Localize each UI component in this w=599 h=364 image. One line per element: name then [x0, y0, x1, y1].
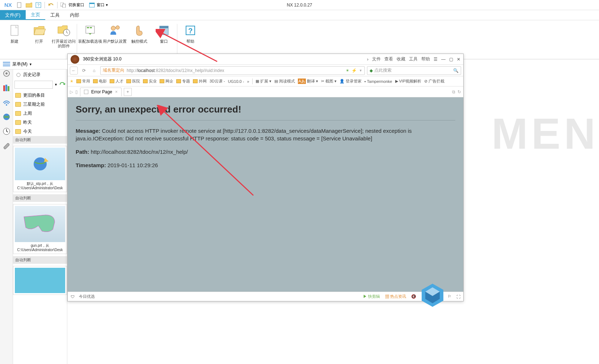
history-group-three-weeks[interactable]: 三星期之前: [13, 100, 67, 109]
tab-nav-icon[interactable]: ▷: [70, 89, 73, 94]
url-field[interactable]: 域名重定向 http://localhost:8282/tdoc/nx/12/n…: [100, 66, 365, 75]
history-filter-select[interactable]: [14, 81, 53, 89]
tab-home[interactable]: 主页: [26, 10, 45, 20]
menu-label[interactable]: 菜单(M): [12, 61, 28, 67]
gear-icon[interactable]: [16, 72, 21, 77]
history-thumb-2[interactable]: gun.prt，从C:\Users\Administrator\Desk: [13, 204, 67, 254]
dropdown-caret-icon[interactable]: ▼: [105, 3, 109, 7]
search-field[interactable]: ◆ 点此搜索 🔍: [367, 66, 461, 75]
menu-caret-icon[interactable]: ▼: [29, 63, 32, 66]
restore-tab-icon[interactable]: ↻: [457, 89, 461, 94]
clock-icon[interactable]: [3, 127, 10, 135]
flag-icon[interactable]: ⚐: [448, 294, 451, 299]
bm-ug[interactable]: UG10.0 -: [228, 79, 244, 84]
history-group-today[interactable]: 今天: [13, 127, 67, 136]
maximize-icon[interactable]: ▢: [449, 57, 453, 62]
tab-error-page[interactable]: Error Page ×: [80, 88, 122, 96]
help-button[interactable]: ? 帮助: [178, 22, 203, 58]
bm-tm[interactable]: ▪ Tampermonke: [364, 79, 392, 84]
separator: [57, 2, 58, 8]
status-shield-icon[interactable]: 🛡: [71, 295, 75, 299]
bm-vip[interactable]: ▶ VIP视频解析: [395, 79, 422, 84]
filter-caret-icon[interactable]: ▼: [54, 83, 58, 86]
menu-fav[interactable]: 收藏: [397, 56, 405, 62]
hot-button[interactable]: ▦ 热点资讯: [385, 294, 406, 299]
bm-netent[interactable]: 网企: [160, 79, 173, 84]
bm-common[interactable]: 常用: [76, 79, 90, 84]
tab-list-icon[interactable]: ▯: [75, 89, 78, 94]
url-caret-icon[interactable]: ▼: [359, 69, 362, 72]
menu-file[interactable]: 文件: [372, 56, 381, 62]
history-group-yesterday[interactable]: 昨天: [13, 118, 67, 127]
history-thumb-1[interactable]: 默认_stp.prt，从C:\Users\Administrator\Desk: [13, 146, 67, 192]
bm-read[interactable]: ▤ 阅读模式: [274, 79, 295, 84]
user-defaults-button[interactable]: 用户默认设置: [102, 22, 127, 58]
bm-hospital[interactable]: 医院: [126, 79, 140, 84]
tab-overflow-icon[interactable]: ⧉: [452, 89, 455, 94]
globe-icon[interactable]: [3, 113, 10, 121]
tab-close-icon[interactable]: ×: [115, 89, 118, 94]
window-dropdown-icon[interactable]: [88, 1, 96, 9]
bm-industry[interactable]: 实业: [143, 79, 157, 84]
search-icon[interactable]: 🔍: [453, 68, 459, 73]
bm-login[interactable]: 👤 登录管家: [339, 79, 362, 84]
bm-trans[interactable]: Aあ 翻译 ▾: [298, 79, 318, 84]
open-button[interactable]: 打开: [27, 22, 51, 58]
home-button[interactable]: ⌂: [90, 67, 98, 75]
close-icon[interactable]: ✕: [457, 57, 460, 62]
open-recent-button[interactable]: 打开最近访问的部件: [51, 22, 76, 58]
chevron-right-icon[interactable]: ›: [367, 57, 368, 62]
bm-talent[interactable]: 人才: [110, 79, 123, 84]
open-icon[interactable]: [25, 1, 33, 9]
switch-window-label[interactable]: 切换窗口: [68, 2, 84, 8]
new-tab-button[interactable]: +: [124, 88, 132, 96]
hamburger-icon[interactable]: ☰: [434, 57, 438, 62]
bm-ext[interactable]: ▦ 扩展 ▾: [256, 79, 271, 84]
window-label[interactable]: 窗口: [97, 2, 105, 8]
refresh-icon[interactable]: [59, 82, 66, 88]
assembly-load-button[interactable]: 装配加载选项: [78, 22, 102, 58]
mute-icon[interactable]: 🔇: [411, 294, 416, 299]
wifi-icon[interactable]: [3, 98, 10, 106]
bm-more-icon[interactable]: »: [247, 79, 249, 84]
menu-view[interactable]: 查看: [384, 56, 393, 62]
history-group-older[interactable]: 更旧的条目: [13, 91, 67, 100]
history-thumb-3[interactable]: [13, 266, 67, 295]
books-icon[interactable]: [3, 84, 10, 92]
quick-access-toolbar: NX ? 切换窗口 窗口 ▼ NX 12.0.0.27: [0, 0, 599, 10]
watermark-text: MEN: [492, 109, 599, 158]
bm-special[interactable]: 专题: [176, 79, 190, 84]
tab-file[interactable]: 文件(F): [0, 10, 26, 20]
tab-tools[interactable]: 工具: [45, 10, 65, 20]
shield-icon[interactable]: ✶: [346, 68, 349, 73]
window-button[interactable]: 窗口: [152, 22, 176, 58]
today-button[interactable]: 今日优选: [79, 294, 95, 299]
menu-tools[interactable]: 工具: [409, 56, 418, 62]
undo-icon[interactable]: [47, 1, 55, 9]
bm-external[interactable]: 外网: [193, 79, 207, 84]
minimize-icon[interactable]: —: [441, 57, 446, 62]
back-button[interactable]: ←: [70, 67, 78, 75]
zoom-icon[interactable]: ⛶: [456, 295, 460, 299]
gear-icon[interactable]: [3, 69, 10, 77]
new-button[interactable]: 新建: [2, 22, 27, 58]
bm-shot[interactable]: ✂ 截图 ▾: [321, 79, 337, 84]
switch-window-icon[interactable]: [60, 1, 68, 9]
reload-button[interactable]: ⟳: [80, 67, 88, 75]
tab-internal[interactable]: 内部: [65, 10, 84, 20]
wrench-icon[interactable]: [3, 142, 10, 150]
ribbon-tabs: 文件(F) 主页 工具 内部: [0, 10, 599, 20]
star-icon[interactable]: ★: [70, 79, 73, 84]
menu-help[interactable]: 帮助: [421, 56, 430, 62]
history-group-last-week[interactable]: 上周: [13, 109, 67, 118]
new-icon[interactable]: [16, 1, 24, 9]
touch-mode-button[interactable]: 触控模式: [127, 22, 152, 58]
clip-button[interactable]: ▶ 快剪辑: [363, 294, 380, 299]
bm-3dcloud[interactable]: 3D云课 -: [210, 79, 225, 84]
svg-point-27: [5, 72, 8, 75]
browser-avatar-icon[interactable]: [71, 55, 79, 64]
help-icon[interactable]: ?: [34, 1, 42, 9]
flash-icon[interactable]: ⚡: [351, 68, 357, 73]
bm-adblock[interactable]: ⊘ 广告拦截: [424, 79, 444, 84]
bm-movie[interactable]: 电影: [93, 79, 107, 84]
